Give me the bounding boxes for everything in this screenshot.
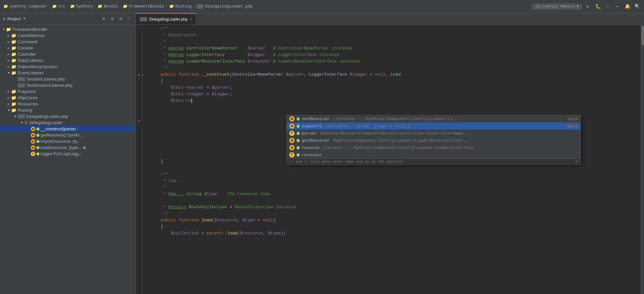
sidebar-item-logger[interactable]: ▶ f g logger:Psr\Log\Logg... bbox=[0, 151, 135, 157]
tree-item-label: logger:Psr\Log\Logg... bbox=[41, 151, 82, 156]
visibility-badge: g bbox=[296, 146, 300, 149]
code-content: /** bbox=[161, 172, 168, 177]
sidebar-item-controller[interactable]: ▶ 📁 Controller bbox=[0, 51, 135, 57]
tree-arrow-icon: ▼ bbox=[20, 121, 24, 124]
breadcrumb-item-bundle[interactable]: 📁 Bundle bbox=[98, 4, 118, 9]
search-button[interactable]: 🔍 bbox=[634, 3, 641, 10]
autocomplete-item-resolve[interactable]: m g resolve (resourc... Symfony\Componen… bbox=[287, 144, 581, 151]
gutter-row bbox=[136, 183, 142, 190]
more-sidebar-button[interactable]: ⋮ bbox=[126, 15, 133, 23]
sidebar-item-delegatingloader-class[interactable]: ▼ C DelegatingLoader bbox=[0, 119, 135, 126]
sidebar-title-dropdown[interactable]: ▼ bbox=[23, 17, 25, 21]
code-line: * @return RouteCollection A RouteCollect… bbox=[142, 205, 641, 211]
sidebar-item-resources[interactable]: ▶ 📁 Resources bbox=[0, 101, 135, 107]
gutter-row bbox=[136, 59, 142, 65]
sidebar-item-frameworkbundle[interactable]: ▼ 📁 FrameworkBundle bbox=[0, 26, 135, 32]
code-line: { bbox=[142, 224, 641, 231]
autocomplete-item-getresolver[interactable]: m g getResolver Symfony\Component\Config… bbox=[287, 137, 581, 144]
tree-arrow-icon: ▶ bbox=[7, 102, 11, 106]
tab-close-button[interactable]: ✕ bbox=[189, 17, 192, 21]
code-content: $this->s bbox=[161, 98, 192, 103]
gutter-row bbox=[136, 98, 142, 105]
dropdown-arrow-icon: ▼ bbox=[577, 5, 579, 9]
method-badge: m bbox=[289, 145, 295, 150]
fold-arrow-icon: ▼ bbox=[138, 74, 140, 77]
locate-file-button[interactable]: ⊕ bbox=[100, 15, 107, 23]
sidebar-item-command[interactable]: ▶ 📁 Command bbox=[0, 39, 135, 45]
sidebar-item-cachewarmer[interactable]: ▶ 📁 CacheWarmer bbox=[0, 32, 135, 39]
scrollbar-thumb[interactable] bbox=[641, 26, 644, 45]
folder-icon: 📁 bbox=[11, 33, 16, 38]
gutter-row bbox=[136, 138, 142, 144]
breadcrumb-label: FrameworkBundle bbox=[129, 4, 164, 9]
gutter-fold-row[interactable]: ▼ bbox=[136, 72, 142, 79]
folder-icon: 📁 bbox=[3, 4, 8, 9]
autocomplete-item-supports[interactable]: m g supports (resource : mixed, [type = … bbox=[287, 122, 581, 130]
breadcrumb-item-root[interactable]: 📁 symfony_composer bbox=[3, 4, 47, 9]
gutter-row bbox=[136, 157, 142, 164]
gutter-row bbox=[136, 79, 142, 85]
code-line: /** bbox=[142, 26, 641, 33]
code-content: $collection = parent::load($resource, $t… bbox=[161, 231, 286, 236]
tree-arrow-icon: ▼ bbox=[13, 115, 18, 118]
visibility-badge: g bbox=[36, 127, 40, 131]
coverage-button[interactable]: ⚡ bbox=[604, 3, 611, 10]
ac-footer-link[interactable]: >> bbox=[400, 160, 404, 164]
sidebar-item-dependencyinjection[interactable]: ▶ 📁 DependencyInjection bbox=[0, 64, 135, 70]
sidebar-item-testsessionlistener[interactable]: ▶ php TestSessionListener.php bbox=[0, 82, 135, 88]
sidebar-item-sessionlistener[interactable]: ▶ php SessionListener.php bbox=[0, 76, 135, 82]
code-content: $this->logger = $logger; bbox=[161, 92, 232, 97]
breadcrumb-item-file[interactable]: php DelegatingLoader.php bbox=[197, 4, 253, 9]
gutter-row bbox=[136, 131, 142, 138]
sidebar-item-routing[interactable]: ▼ 📁 Routing bbox=[0, 107, 135, 113]
ac-item-sig: Symfony\Component\Config\Loader\LoaderRe… bbox=[333, 138, 572, 143]
sidebar-item-delegatingloader-php[interactable]: ▼ php DelegatingLoader.php bbox=[0, 113, 135, 119]
sidebar-item-import[interactable]: ▶ m g import(resource, [ty... bbox=[0, 138, 135, 144]
cursor bbox=[191, 99, 192, 103]
breadcrumb-label: Bundle bbox=[104, 4, 118, 9]
run-config-selector[interactable]: php Symfony PHPUnit ▼ bbox=[532, 4, 582, 9]
tree-arrow-icon: ▶ bbox=[7, 46, 11, 50]
folder-icon: 📁 bbox=[11, 89, 16, 94]
breadcrumb-item-routing[interactable]: 📁 Routing bbox=[169, 4, 192, 9]
autocomplete-item-parser[interactable]: f g parser Symfony\Bundle\FrameworkBundl… bbox=[287, 130, 581, 137]
notifications-button[interactable]: 🔔 bbox=[624, 3, 631, 10]
project-icon: ⊞ bbox=[3, 16, 5, 22]
code-editor[interactable]: /** * Constructor. * * @param Controller… bbox=[142, 25, 641, 294]
sidebar-item-httpcache[interactable]: ▶ 📁 HttpCache bbox=[0, 95, 135, 101]
sidebar-item-console[interactable]: ▶ 📁 Console bbox=[0, 45, 135, 51]
folder-icon: 📁 bbox=[11, 39, 16, 44]
code-line bbox=[142, 198, 641, 205]
tab-delegatingloader[interactable]: php DelegatingLoader.php ✕ bbox=[136, 13, 196, 25]
breadcrumb-item-src[interactable]: 📁 src bbox=[52, 4, 65, 9]
folder-icon: 📁 bbox=[6, 27, 11, 32]
sidebar-item-load[interactable]: ▶ m g load(resource, [type... bbox=[0, 144, 135, 151]
sidebar-item-datacollector[interactable]: ▶ 📁 DataCollector bbox=[0, 57, 135, 64]
debug-button[interactable]: 🐛 bbox=[594, 3, 601, 10]
tree-item-label: Routing bbox=[18, 108, 32, 113]
tree-item-label: TestSessionListener.php bbox=[27, 83, 73, 88]
sidebar-item-getresolver[interactable]: ▶ m g getResolver():Symfo... bbox=[0, 132, 135, 138]
settings-button[interactable]: ⚙ bbox=[109, 15, 116, 23]
run-button[interactable]: ▶ bbox=[584, 3, 592, 10]
vertical-scrollbar[interactable] bbox=[641, 25, 644, 294]
ac-item-sig: (resource : mixed, [type = null]) bbox=[325, 124, 562, 129]
gutter-row bbox=[136, 124, 142, 131]
breadcrumb-item-symfony[interactable]: 📁 Symfony bbox=[70, 4, 93, 9]
autocomplete-item-setresolver[interactable]: m g setResolver (resolver : \Symfony\Com… bbox=[287, 115, 581, 122]
visibility-badge: g bbox=[296, 153, 300, 156]
tab-label: DelegatingLoader.php bbox=[149, 17, 188, 22]
sidebar-item-eventlistener[interactable]: ▼ 📁 EventListener bbox=[0, 70, 135, 76]
autocomplete-item-resolver[interactable]: f g resolver bbox=[287, 151, 581, 158]
breadcrumb-item-frameworkbundle[interactable]: 📁 FrameworkBundle bbox=[123, 4, 164, 9]
gutter-fold-row[interactable]: ▼ bbox=[136, 118, 142, 124]
more-button[interactable]: ⋯ bbox=[614, 3, 621, 10]
code-line: * bbox=[142, 39, 641, 46]
visibility-badge: g bbox=[296, 124, 300, 128]
sidebar-item-construct[interactable]: ▶ m g __construct(parser : bbox=[0, 126, 135, 132]
sidebar-item-fragment[interactable]: ▶ 📁 Fragment bbox=[0, 88, 135, 95]
collapse-all-button[interactable]: ⊟ bbox=[117, 15, 124, 23]
gutter-row bbox=[136, 144, 142, 151]
tree-arrow-icon: ▼ bbox=[7, 71, 11, 75]
tree-item-label: load(resource, [type... bbox=[41, 145, 82, 150]
